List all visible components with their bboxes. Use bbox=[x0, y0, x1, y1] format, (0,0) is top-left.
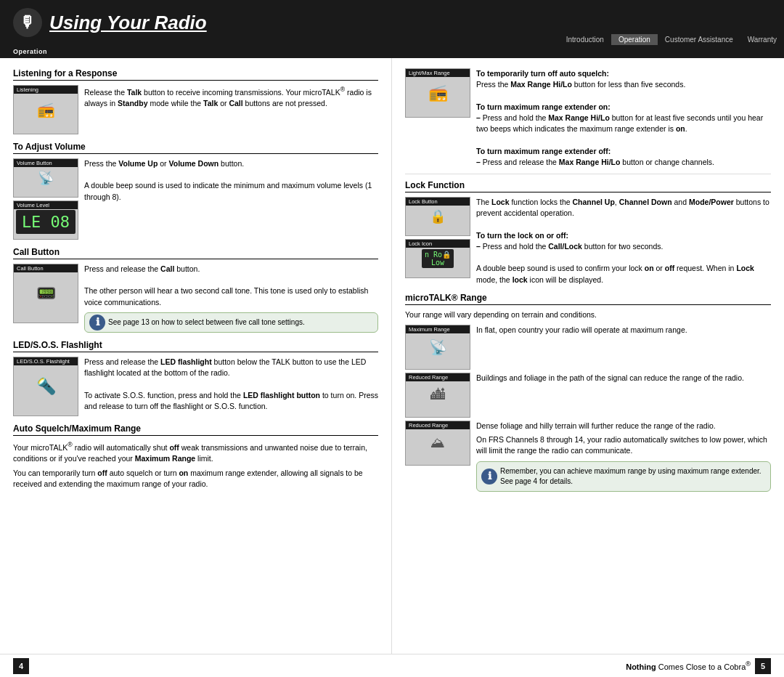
call-image: Call Button 📟 bbox=[13, 264, 78, 323]
lock-text: The Lock function locks the Channel Up, … bbox=[476, 197, 771, 285]
listening-text: Release the Talk button to receive incom… bbox=[84, 85, 378, 134]
volume-btn-label: Volume Button bbox=[14, 159, 78, 167]
temp-squelch-title: To temporarily turn off auto squelch: bbox=[476, 69, 609, 78]
section-autosquelch: Auto Squelch/Maximum Range Your microTAL… bbox=[13, 423, 378, 490]
lock-icon-image: Lock Icon n Ro🔒Low bbox=[405, 239, 470, 278]
led-text: Press and release the LED flashlight but… bbox=[84, 357, 378, 416]
volume-title: To Adjust Volume bbox=[13, 142, 378, 154]
nav-introduction[interactable]: Introduction bbox=[559, 34, 611, 45]
reduced-range-1-image: Reduced Range 🏙 bbox=[405, 373, 470, 418]
reduced-range-1-label: Reduced Range bbox=[406, 373, 470, 381]
led-image: LED/S.O.S. Flashlight 🔦 bbox=[13, 357, 78, 416]
nav-customer-assistance[interactable]: Customer Assistance bbox=[658, 34, 740, 45]
section-call: Call Button Call Button 📟 Press and rele… bbox=[13, 247, 378, 333]
lock-btn-label: Lock Button bbox=[406, 198, 470, 206]
microtalk-bubble: ℹ Remember, you can achieve maximum rang… bbox=[476, 461, 771, 492]
right-column: Light/Max Range 📻 To temporarily turn of… bbox=[392, 58, 784, 654]
header-nav: Introduction Operation Customer Assistan… bbox=[559, 34, 784, 45]
light-max-content: Light/Max Range 📻 To temporarily turn of… bbox=[405, 68, 771, 168]
lock-icon-label: Lock Icon bbox=[406, 240, 470, 248]
volume-level-label: Volume Level bbox=[14, 201, 78, 209]
info-icon: ℹ bbox=[89, 315, 105, 331]
nav-operation[interactable]: Operation bbox=[611, 34, 658, 45]
main-content: Listening for a Response Listening 📻 Rel… bbox=[0, 58, 784, 654]
volume-text: Press the Volume Up or Volume Down butto… bbox=[84, 158, 378, 240]
microtalk-title: microTALK® Range bbox=[405, 293, 771, 305]
volume-level-image: Volume Level LE 08 bbox=[13, 200, 78, 240]
reduced-range-1-text: Buildings and foliage in the path of the… bbox=[476, 373, 771, 418]
listening-content: Listening 📻 Release the Talk button to r… bbox=[13, 85, 378, 134]
turn-off-title: To turn maximum range extender off: bbox=[476, 147, 611, 155]
nav-warranty[interactable]: Warranty bbox=[740, 34, 784, 45]
autosquelch-text2: You can temporarily turn off auto squelc… bbox=[13, 468, 378, 490]
call-title: Call Button bbox=[13, 247, 378, 259]
section-volume: To Adjust Volume Volume Button 📡 Volume … bbox=[13, 142, 378, 240]
reduced-range-2-area: Dense foliage and hilly terrain will fur… bbox=[476, 421, 771, 492]
reduced-range-2-image: Reduced Range ⛰ bbox=[405, 421, 470, 466]
page-title: Using Your Radio bbox=[49, 12, 207, 34]
led-title: LED/S.O.S. Flashlight bbox=[13, 340, 378, 352]
reduced-range-1-row: Reduced Range 🏙 Buildings and foliage in… bbox=[405, 373, 771, 418]
autosquelch-title: Auto Squelch/Maximum Range bbox=[13, 423, 378, 436]
footer-page-left: 4 bbox=[13, 658, 29, 674]
listening-image: Listening 📻 bbox=[13, 85, 78, 134]
call-text: Press and release the Call button. The o… bbox=[84, 264, 378, 308]
header-icon: 🎙 bbox=[13, 8, 42, 37]
frs-text: On FRS Channels 8 through 14, your radio… bbox=[476, 434, 771, 456]
listening-title: Listening for a Response bbox=[13, 68, 378, 81]
subheader-label: Operation bbox=[13, 48, 47, 55]
call-text-area: Press and release the Call button. The o… bbox=[84, 264, 378, 333]
lock-title: Lock Function bbox=[405, 180, 771, 192]
call-img-label: Call Button bbox=[14, 264, 78, 272]
left-column: Listening for a Response Listening 📻 Rel… bbox=[0, 58, 392, 654]
call-bubble-text: See page 13 on how to select between fiv… bbox=[108, 318, 305, 326]
call-content: Call Button 📟 Press and release the Call… bbox=[13, 264, 378, 333]
max-range-row: Maximum Range 📡 In flat, open country yo… bbox=[405, 325, 771, 370]
footer-tagline-text: Comes Close to a Cobra bbox=[656, 662, 746, 671]
max-range-image: Maximum Range 📡 bbox=[405, 325, 470, 370]
section-lock: Lock Function Lock Button 🔒 Lock Icon n … bbox=[405, 180, 771, 285]
turn-on-title: To turn maximum range extender on: bbox=[476, 102, 611, 111]
subheader-bar: Operation bbox=[0, 45, 784, 58]
reduced-range-2-label: Reduced Range bbox=[406, 421, 470, 429]
max-range-text: In flat, open country your radio will op… bbox=[476, 325, 771, 370]
microtalk-info-icon: ℹ bbox=[481, 469, 497, 485]
led-img-label: LED/S.O.S. Flashlight bbox=[14, 357, 78, 365]
reduced-range-2-row: Reduced Range ⛰ Dense foliage and hilly … bbox=[405, 421, 771, 492]
microtalk-bubble-text: Remember, you can achieve maximum range … bbox=[500, 467, 761, 485]
lock-button-image: Lock Button 🔒 bbox=[405, 197, 470, 236]
call-bubble: ℹ See page 13 on how to select between f… bbox=[84, 312, 378, 333]
section-listening: Listening for a Response Listening 📻 Rel… bbox=[13, 68, 378, 134]
footer-tagline: Nothing Comes Close to a Cobra® bbox=[626, 660, 751, 671]
volume-display: LE 08 bbox=[16, 210, 75, 234]
microtalk-intro: Your range will vary depending on terrai… bbox=[405, 309, 771, 320]
reduced-range-2-text: Dense foliage and hilly terrain will fur… bbox=[476, 421, 771, 431]
section-microtalk: microTALK® Range Your range will vary de… bbox=[405, 293, 771, 492]
light-max-label: Light/Max Range bbox=[406, 69, 470, 77]
volume-button-image: Volume Button 📡 bbox=[13, 158, 78, 198]
light-max-image: Light/Max Range 📻 bbox=[405, 68, 470, 118]
light-max-text: To temporarily turn off auto squelch: Pr… bbox=[476, 68, 771, 168]
footer-nothing: Nothing bbox=[626, 662, 656, 671]
section-led: LED/S.O.S. Flashlight LED/S.O.S. Flashli… bbox=[13, 340, 378, 416]
footer-right: Nothing Comes Close to a Cobra® 5 bbox=[626, 658, 771, 674]
footer-page-right: 5 bbox=[755, 658, 771, 674]
light-max-section: Light/Max Range 📻 To temporarily turn of… bbox=[405, 68, 771, 174]
page-footer: 4 Nothing Comes Close to a Cobra® 5 bbox=[0, 654, 784, 677]
radio-illustration: 📻 bbox=[37, 101, 55, 118]
volume-content: Volume Button 📡 Volume Level LE 08 Press… bbox=[13, 158, 378, 240]
listening-img-label: Listening bbox=[14, 86, 78, 94]
autosquelch-text: Your microTALK® radio will automatically… bbox=[13, 440, 378, 464]
page-header: 🎙 Using Your Radio Introduction Operatio… bbox=[0, 0, 784, 45]
lock-display: n Ro🔒Low bbox=[422, 249, 454, 268]
led-content: LED/S.O.S. Flashlight 🔦 Press and releas… bbox=[13, 357, 378, 416]
max-range-label: Maximum Range bbox=[406, 325, 470, 333]
lock-content: Lock Button 🔒 Lock Icon n Ro🔒Low The Loc… bbox=[405, 197, 771, 285]
